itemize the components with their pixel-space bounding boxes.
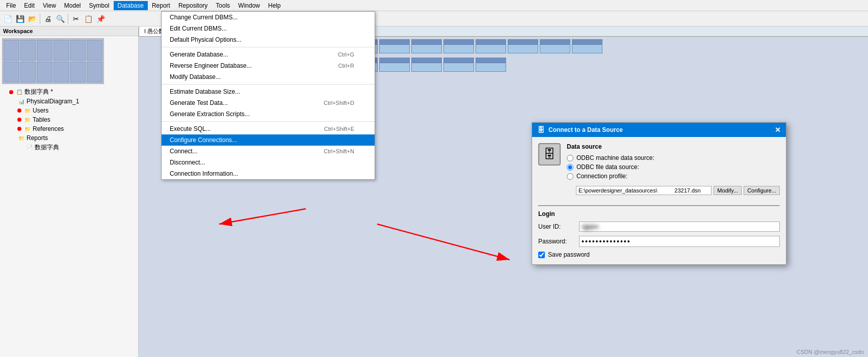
menu-tools[interactable]: Tools <box>212 1 234 10</box>
menu-generate-db-label: Generate Database... <box>170 51 228 58</box>
cut-btn[interactable]: ✂ <box>70 13 82 24</box>
tree-item-report-doc[interactable]: 📄 数据字典 <box>1 143 137 152</box>
menubar: File Edit View Model Symbol Database Rep… <box>0 0 868 11</box>
menu-repository[interactable]: Repository <box>174 1 212 10</box>
password-row: Password: <box>538 236 780 247</box>
tree-label-dbdict: 数据字典 * <box>24 88 53 96</box>
tb-m-5[interactable] <box>411 58 442 72</box>
red-bullet-2 <box>17 108 21 113</box>
table-block-7[interactable] <box>476 39 506 53</box>
tree-item-references[interactable]: 📁 References <box>1 124 137 133</box>
sep2 <box>68 14 68 24</box>
menu-disconnect[interactable]: Disconnect... <box>162 157 375 168</box>
radio-profile[interactable] <box>567 173 573 180</box>
thumb-block <box>4 62 19 83</box>
menu-database[interactable]: Database <box>114 1 148 10</box>
tree-item-tables[interactable]: 📁 Tables <box>1 115 137 124</box>
menu-connect-shortcut: Ctrl+Shift+N <box>324 148 354 154</box>
userid-field[interactable]: cjjpjsn <box>579 222 780 232</box>
tree-label-pd: PhysicalDiagram_1 <box>27 98 79 105</box>
save-btn[interactable]: 💾 <box>14 13 25 24</box>
red-bullet-1 <box>9 90 13 94</box>
menu-connection-info[interactable]: Connection Information... <box>162 168 375 179</box>
thumb-block <box>87 62 102 83</box>
tree-icon-dbdict: 📋 <box>15 88 23 96</box>
table-block-5[interactable] <box>411 39 442 53</box>
menu-generate-extraction-label: Generate Extraction Scripts... <box>170 111 250 118</box>
dialog-title-content: 🗄 Connect to a Data Source <box>537 126 623 134</box>
radio-machine[interactable] <box>567 155 573 161</box>
tree-item-physicaldiagram[interactable]: 📊 PhysicalDiagram_1 <box>1 97 137 106</box>
menu-modify-db-label: Modify Database... <box>170 73 221 80</box>
menu-reverse-engineer[interactable]: Reverse Engineer Database... Ctrl+R <box>162 60 375 71</box>
paste-btn[interactable]: 📌 <box>95 13 106 24</box>
menu-model[interactable]: Model <box>60 1 85 10</box>
tb-m-6[interactable] <box>443 58 474 72</box>
menu-report[interactable]: Report <box>148 1 174 10</box>
menu-modify-db[interactable]: Modify Database... <box>162 71 375 83</box>
menu-generate-extraction[interactable]: Generate Extraction Scripts... <box>162 108 375 120</box>
thumb-block <box>20 40 36 61</box>
open-btn[interactable]: 📂 <box>27 13 38 24</box>
table-block-8[interactable] <box>508 39 538 53</box>
workspace-header: Workspace <box>0 26 138 36</box>
thumb-block <box>70 62 86 83</box>
modify-btn[interactable]: Modify... <box>714 186 742 195</box>
login-section: Login User ID: cjjpjsn Password: Save pa… <box>538 210 780 258</box>
menu-symbol[interactable]: Symbol <box>85 1 114 10</box>
tree-item-dbdict[interactable]: 📋 数据字典 * <box>1 87 137 97</box>
tree-item-users[interactable]: 📁 Users <box>1 106 137 115</box>
menu-reverse-engineer-label: Reverse Engineer Database... <box>170 62 252 69</box>
preview-btn[interactable]: 🔍 <box>55 13 66 24</box>
userid-blurred: cjjpjsn <box>582 223 598 230</box>
red-bullet-3 <box>17 118 21 122</box>
menu-edit-dbms[interactable]: Edit Current DBMS... <box>162 23 375 34</box>
configure-btn[interactable]: Configure... <box>744 186 780 195</box>
menu-configure-connections[interactable]: Configure Connections... <box>162 134 375 146</box>
menu-generate-db[interactable]: Generate Database... Ctrl+G <box>162 49 375 60</box>
menu-default-physical[interactable]: Default Physical Options... <box>162 34 375 45</box>
dialog-title-text: Connect to a Data Source <box>548 126 623 133</box>
menu-edit[interactable]: Edit <box>20 1 39 10</box>
red-bullet-4 <box>17 127 21 131</box>
save-password-row: Save password <box>538 251 780 258</box>
tree-icon-references: 📁 <box>23 125 32 133</box>
tb-m-7[interactable] <box>476 58 506 72</box>
tree-icon-users: 📁 <box>23 106 32 115</box>
password-field[interactable] <box>579 236 780 247</box>
thumb-block <box>20 62 36 83</box>
tree-item-reports[interactable]: 📁 Reports <box>1 133 137 143</box>
menu-change-dbms-label: Change Current DBMS... <box>170 14 238 21</box>
menu-connect[interactable]: Connect... Ctrl+Shift+N <box>162 146 375 157</box>
menu-edit-dbms-label: Edit Current DBMS... <box>170 25 227 32</box>
print-btn[interactable]: 🖨 <box>42 13 54 24</box>
menu-execute-sql[interactable]: Execute SQL... Ctrl+Shift+E <box>162 123 375 134</box>
menu-generate-test[interactable]: Generate Test Data... Ctrl+Shift+D <box>162 97 375 108</box>
dsn-input[interactable] <box>576 186 712 195</box>
menu-help[interactable]: Help <box>264 1 285 10</box>
tb-m-4[interactable] <box>379 58 410 72</box>
menu-file[interactable]: File <box>2 1 20 10</box>
radio-file-label: ODBC file data source: <box>576 163 639 171</box>
radio-file[interactable] <box>567 164 573 171</box>
menu-generate-db-shortcut: Ctrl+G <box>338 51 354 58</box>
table-block-6[interactable] <box>443 39 474 53</box>
new-btn[interactable]: 📄 <box>2 13 13 24</box>
radio-row-machine: ODBC machine data source: <box>567 154 780 161</box>
copy-btn[interactable]: 📋 <box>83 13 94 24</box>
save-password-checkbox[interactable] <box>538 252 545 258</box>
menu-change-dbms[interactable]: Change Current DBMS... <box>162 12 375 23</box>
table-block-4[interactable] <box>379 39 410 53</box>
left-panel: Workspace 📋 数据字典 * <box>0 26 139 357</box>
table-block-10[interactable] <box>572 39 602 53</box>
menu-connect-label: Connect... <box>170 148 198 155</box>
thumb-block <box>4 40 19 61</box>
dsn-row: Modify... Configure... <box>576 186 780 195</box>
tree-area: 📋 数据字典 * 📊 PhysicalDiagram_1 📁 Users 📁 T… <box>0 86 138 357</box>
dialog-right-content: Data source ODBC machine data source: OD… <box>567 143 780 201</box>
menu-window[interactable]: Window <box>234 1 264 10</box>
dialog-close-btn[interactable]: ✕ <box>775 126 781 133</box>
menu-estimate-size[interactable]: Estimate Database Size... <box>162 86 375 97</box>
menu-view[interactable]: View <box>39 1 60 10</box>
table-block-9[interactable] <box>540 39 570 53</box>
